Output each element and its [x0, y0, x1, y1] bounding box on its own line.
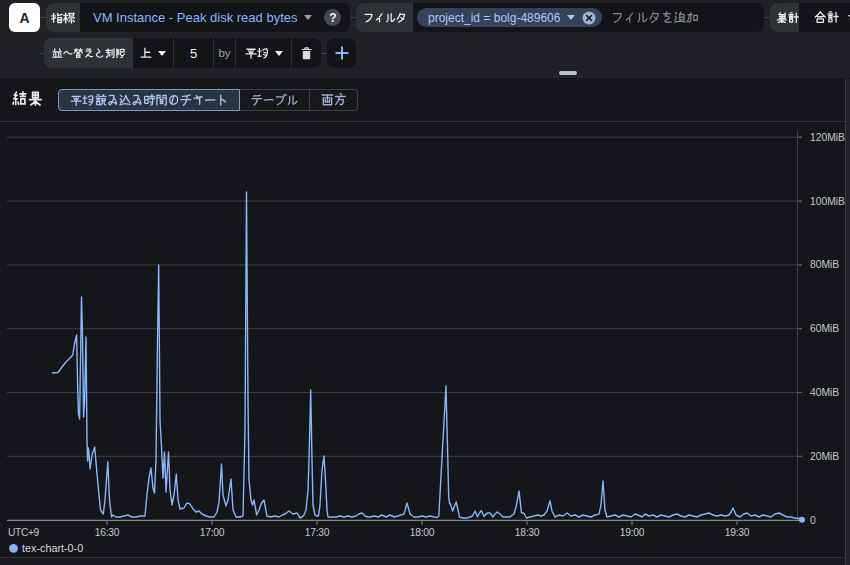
svg-text:UTC+9: UTC+9: [8, 527, 40, 538]
svg-text:0: 0: [810, 515, 816, 526]
svg-text:17:30: 17:30: [305, 527, 330, 538]
svg-text:60MiB: 60MiB: [810, 323, 839, 334]
svg-text:18:30: 18:30: [515, 527, 540, 538]
svg-text:120MiB: 120MiB: [810, 132, 845, 143]
svg-text:19:00: 19:00: [620, 527, 645, 538]
svg-text:80MiB: 80MiB: [810, 259, 839, 270]
svg-text:18:00: 18:00: [410, 527, 435, 538]
svg-text:19:30: 19:30: [725, 527, 750, 538]
svg-text:20MiB: 20MiB: [810, 451, 839, 462]
svg-text:17:00: 17:00: [200, 527, 225, 538]
svg-text:16:30: 16:30: [95, 527, 120, 538]
svg-text:40MiB: 40MiB: [810, 387, 839, 398]
svg-text:100MiB: 100MiB: [810, 196, 845, 207]
svg-text:tex-chart-0-0: tex-chart-0-0: [22, 542, 83, 554]
